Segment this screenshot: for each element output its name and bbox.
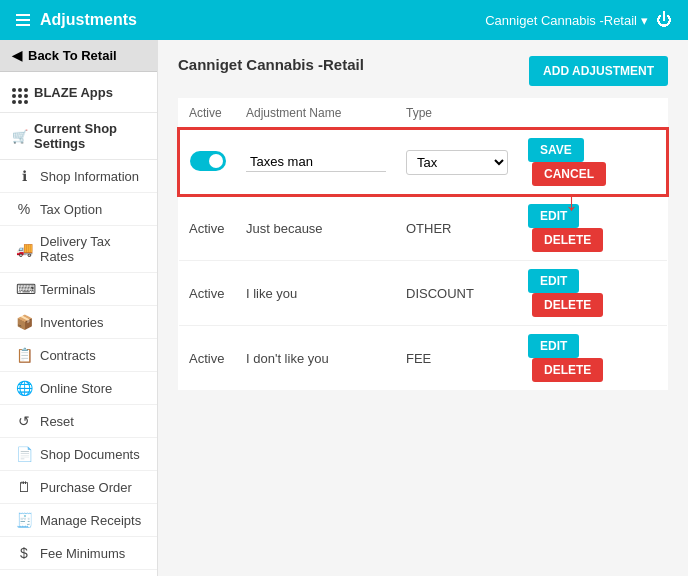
blaze-apps-section: BLAZE Apps [0, 72, 157, 113]
header-type: Type [396, 98, 518, 129]
hamburger-icon[interactable] [16, 14, 30, 26]
cancel-button[interactable]: CANCEL [532, 162, 606, 186]
row-type: DISCOUNT [396, 261, 518, 326]
row-actions: EDIT DELETE [518, 261, 667, 326]
table-row: Active Just because OTHER EDIT DELETE [179, 195, 667, 261]
active-toggle[interactable] [190, 151, 226, 171]
store-selector[interactable]: Canniget Cannabis -Retail ▾ [485, 13, 648, 28]
table-header-row: Active Adjustment Name Type [179, 98, 667, 129]
document-icon: 📄 [16, 446, 32, 462]
back-arrow-icon: ◀ [12, 48, 22, 63]
delete-button[interactable]: DELETE [532, 358, 603, 382]
row-type: FEE [396, 326, 518, 391]
order-icon: 🗒 [16, 479, 32, 495]
row-name: I like you [236, 261, 396, 326]
delete-button[interactable]: DELETE [532, 228, 603, 252]
main-layout: ◀ Back To Retail BLAZE Apps 🛒 Current Sh… [0, 40, 688, 576]
page-header-title: Adjustments [40, 11, 137, 29]
store-name: Canniget Cannabis -Retail [485, 13, 637, 28]
back-label: Back To Retail [28, 48, 117, 63]
adjustment-name-input[interactable] [246, 152, 386, 172]
terminal-icon: ⌨ [16, 281, 32, 297]
sidebar-item-reset[interactable]: ↺ Reset [0, 405, 157, 438]
power-icon[interactable]: ⏻ [656, 11, 672, 29]
main-toolbar: Canniget Cannabis -Retail ADD ADJUSTMENT [178, 56, 668, 98]
editing-actions-cell: SAVE CANCEL [518, 129, 667, 195]
main-content: Canniget Cannabis -Retail ADD ADJUSTMENT… [158, 40, 688, 576]
table-row: Active I like you DISCOUNT EDIT DELETE [179, 261, 667, 326]
reset-icon: ↺ [16, 413, 32, 429]
editing-name-cell [236, 129, 396, 195]
header-name: Adjustment Name [236, 98, 396, 129]
sidebar-item-manage-receipts[interactable]: 🧾 Manage Receipts [0, 504, 157, 537]
sidebar-item-delivery-tax-rates[interactable]: 🚚 Delivery Tax Rates [0, 226, 157, 273]
app-header: Adjustments Canniget Cannabis -Retail ▾ … [0, 0, 688, 40]
row-actions: EDIT DELETE [518, 326, 667, 391]
chevron-down-icon: ▾ [641, 13, 648, 28]
editing-type-cell: Tax OTHER DISCOUNT FEE [396, 129, 518, 195]
header-left: Adjustments [16, 11, 137, 29]
edit-button[interactable]: EDIT [528, 334, 579, 358]
edit-button[interactable]: EDIT [528, 204, 579, 228]
sidebar-item-inventories[interactable]: 📦 Inventories [0, 306, 157, 339]
sidebar-item-shop-documents[interactable]: 📄 Shop Documents [0, 438, 157, 471]
contract-icon: 📋 [16, 347, 32, 363]
sidebar-item-contracts[interactable]: 📋 Contracts [0, 339, 157, 372]
back-to-retail[interactable]: ◀ Back To Retail [0, 40, 157, 72]
row-name: Just because [236, 195, 396, 261]
sidebar-item-purchase-order[interactable]: 🗒 Purchase Order [0, 471, 157, 504]
table-row: Active I don't like you FEE EDIT DELETE [179, 326, 667, 391]
delivery-icon: 🚚 [16, 241, 32, 257]
row-status: Active [179, 326, 236, 391]
inventory-icon: 📦 [16, 314, 32, 330]
sidebar-item-pricing-templates[interactable]: 🏷 Pricing Templates [0, 570, 157, 576]
row-type: OTHER [396, 195, 518, 261]
adjustments-table-container: ↓ Active Adjustment Name Type [178, 98, 668, 390]
receipt-icon: 🧾 [16, 512, 32, 528]
store-icon: 🌐 [16, 380, 32, 396]
header-active: Active [179, 98, 236, 129]
type-select[interactable]: Tax OTHER DISCOUNT FEE [406, 150, 508, 175]
info-icon: ℹ [16, 168, 32, 184]
add-adjustment-button[interactable]: ADD ADJUSTMENT [529, 56, 668, 86]
grid-icon [12, 80, 28, 104]
sidebar-item-online-store[interactable]: 🌐 Online Store [0, 372, 157, 405]
sidebar-item-tax-option[interactable]: % Tax Option [0, 193, 157, 226]
delete-button[interactable]: DELETE [532, 293, 603, 317]
shop-icon: 🛒 [12, 129, 28, 144]
header-actions [518, 98, 667, 129]
row-status: Active [179, 261, 236, 326]
adjustments-table: Active Adjustment Name Type [178, 98, 668, 390]
sidebar: ◀ Back To Retail BLAZE Apps 🛒 Current Sh… [0, 40, 158, 576]
current-shop-section: 🛒 Current Shop Settings [0, 113, 157, 160]
sidebar-item-shop-information[interactable]: ℹ Shop Information [0, 160, 157, 193]
tax-icon: % [16, 201, 32, 217]
sidebar-item-fee-minimums[interactable]: $ Fee Minimums [0, 537, 157, 570]
row-actions: EDIT DELETE [518, 195, 667, 261]
editing-row: Tax OTHER DISCOUNT FEE SAVE CANCEL [179, 129, 667, 195]
row-name: I don't like you [236, 326, 396, 391]
fee-icon: $ [16, 545, 32, 561]
editing-toggle-cell [179, 129, 236, 195]
sidebar-item-terminals[interactable]: ⌨ Terminals [0, 273, 157, 306]
row-status: Active [179, 195, 236, 261]
header-right: Canniget Cannabis -Retail ▾ ⏻ [485, 11, 672, 29]
page-title: Canniget Cannabis -Retail [178, 56, 364, 73]
save-button[interactable]: SAVE [528, 138, 584, 162]
edit-button[interactable]: EDIT [528, 269, 579, 293]
